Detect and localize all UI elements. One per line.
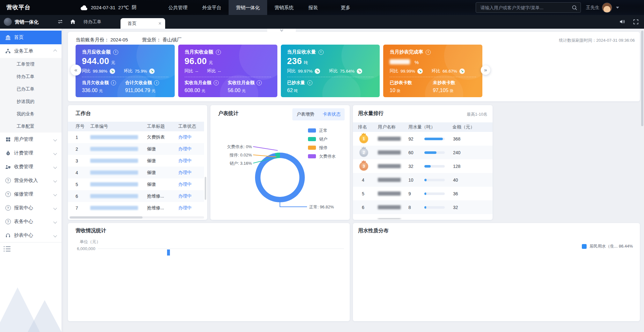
ranking-table: 1 92 368 2 60 240 3 32 128 4 (353, 132, 493, 219)
chevron-down-icon (53, 151, 57, 155)
sidebar-group-non-operating-income[interactable]: ? 营业外收入 (0, 174, 62, 187)
sidebar-group-meter-center[interactable]: ? 表务中心 (0, 215, 62, 228)
card-value: 236 (287, 56, 302, 66)
info-icon[interactable]: ! (111, 80, 116, 85)
avatar[interactable] (602, 3, 612, 13)
legend-item-normal[interactable]: 正常 (308, 126, 336, 135)
sidebar-group-business-orders[interactable]: 业务工单 (0, 44, 62, 58)
table-row[interactable]: 3 催缴办理中 (68, 155, 204, 167)
info-icon[interactable]: ! (257, 80, 262, 85)
sidebar-item-home[interactable]: 首页 (0, 31, 62, 44)
carousel-next-button[interactable]: » (481, 65, 490, 75)
legend-item-residential[interactable]: 居民用水（生... 86.44% (582, 243, 633, 249)
sidebar-item-my-business[interactable]: 我的业务 (0, 108, 62, 120)
status-link[interactable]: 办理中 (178, 134, 204, 140)
swap-icon[interactable] (57, 19, 63, 24)
sidebar-group-meter-reading-center[interactable]: 抄表中心 (0, 228, 62, 242)
home-icon[interactable] (70, 19, 76, 24)
status-link[interactable]: 办理中 (178, 182, 204, 187)
nav-public-mgmt[interactable]: 公共管理 (161, 0, 195, 15)
ranking-panel: 用水量排行 最高1-10名 排名用户名称 用水量（吨）金额（元） 1 92 36… (353, 105, 493, 220)
search-icon[interactable] (572, 5, 577, 11)
workbench-title: 工作台 (76, 110, 91, 117)
status-link[interactable]: 办理中 (178, 193, 204, 199)
legend-item-overdue[interactable]: 欠费停水 (308, 152, 336, 161)
trend-down-icon: ↘ (459, 69, 465, 74)
water-nature-panel: 用水性质分布 居民用水（生... 86.44% (353, 223, 640, 321)
nav-marketing-integration[interactable]: 营销一体化 (229, 0, 267, 15)
ranking-note: 最高1-10名 (467, 112, 487, 117)
table-row[interactable]: 2 催缴办理中 (68, 143, 204, 155)
sidebar-item-done-orders[interactable]: 已办工单 (0, 83, 62, 95)
carousel-prev-button[interactable]: « (70, 65, 81, 76)
sidebar-group-installation-center[interactable]: ? 报装中心 (0, 201, 62, 215)
table-row[interactable]: 1 欠费拆表办理中 (68, 131, 204, 143)
sidebar-item-order-mgmt[interactable]: 工单管理 (0, 58, 62, 70)
horizontal-scrollbar[interactable] (70, 216, 143, 219)
info-icon[interactable]: ! (307, 80, 312, 85)
page-scrollbar[interactable] (641, 31, 643, 126)
table-row: 3 32 128 (353, 159, 493, 173)
tab-bar: 营销一体化 待办工单 首页 × (0, 15, 644, 29)
nav-field-platform[interactable]: 外业平台 (195, 0, 229, 15)
silver-medal-icon: 2 (359, 148, 368, 157)
info-icon[interactable]: ! (113, 50, 118, 55)
menu-list-icon[interactable] (3, 245, 11, 252)
sidebar-group-collection-mgmt[interactable]: ? 催缴管理 (0, 187, 62, 201)
sidebar-group-fee-mgmt[interactable]: 收费管理 (0, 160, 62, 174)
status-link[interactable]: 办理中 (178, 158, 204, 164)
vertical-scrollbar[interactable] (205, 177, 206, 200)
card-title: 当月应收金额 (82, 49, 111, 55)
info-icon[interactable]: ! (216, 50, 221, 55)
card-sub-stat: 实收往月金额! 56.00元 (228, 80, 271, 94)
speaker-icon[interactable] (619, 19, 625, 24)
status-link[interactable]: 办理中 (178, 205, 204, 211)
sidebar-item-cc-me[interactable]: 抄送我的 (0, 95, 62, 108)
stats-header: 当前账务月份： 2024-05 营业所： 香山镇厂 (76, 37, 193, 43)
search-input[interactable] (476, 5, 572, 10)
close-icon[interactable]: × (158, 18, 161, 29)
usage-bar (424, 151, 445, 154)
tab-home-active[interactable]: 首页 × (121, 18, 165, 29)
tab-todo-orders[interactable]: 待办工单 (80, 15, 105, 29)
table-row[interactable]: 4 催缴办理中 (68, 167, 204, 178)
collapse-stats-button[interactable] (267, 29, 296, 34)
info-icon[interactable]: ! (154, 80, 159, 85)
chevron-down-icon (53, 234, 57, 237)
info-icon[interactable]: ! (318, 50, 324, 55)
money-bag-icon: s (5, 150, 11, 156)
user-menu-caret-icon[interactable] (616, 7, 619, 9)
nav-more[interactable]: 更多 (333, 0, 358, 15)
legend-item-closed[interactable]: 销户 (308, 135, 336, 143)
sidebar-group-label: 抄表中心 (14, 232, 33, 238)
legend-swatch (308, 146, 316, 150)
table-row[interactable]: 5 催缴办理中 (68, 178, 204, 190)
nav-installation[interactable]: 报装 (301, 0, 325, 15)
sidebar-item-todo-orders[interactable]: 待办工单 (0, 70, 62, 83)
tab-card-status[interactable]: 卡表状态 (318, 112, 345, 117)
status-link[interactable]: 办理中 (178, 146, 204, 152)
tab-meter-trend[interactable]: 户表增势 (292, 112, 318, 117)
redacted-value (390, 59, 410, 64)
table-row[interactable]: 6 抢维修...办理中 (68, 190, 204, 202)
sidebar-divider (0, 242, 62, 242)
top-nav: 公共管理 外业平台 营销一体化 营销系统 报装 更多 (161, 0, 358, 15)
trend-down-icon: ↘ (110, 69, 115, 74)
user-name[interactable]: 王先生 (586, 0, 599, 15)
info-icon[interactable]: ! (426, 50, 431, 55)
axis-tick-label: 6,000,000 (71, 246, 95, 251)
chevron-up-icon (53, 49, 57, 53)
weather-condition: 阴 (132, 4, 136, 11)
status-link[interactable]: 办理中 (178, 170, 204, 176)
legend-swatch (308, 154, 316, 158)
fullscreen-icon[interactable] (633, 19, 639, 25)
callout-line (280, 206, 307, 207)
info-icon[interactable]: ! (214, 80, 219, 85)
sidebar-item-order-config[interactable]: 工单配置 (0, 120, 62, 133)
card-sub-stat: 合计欠收金额! 911,004.79元 (125, 80, 168, 94)
legend-item-paused[interactable]: 报停 (308, 143, 336, 152)
nav-marketing-system[interactable]: 营销系统 (267, 0, 301, 15)
table-row[interactable]: 7 抢维修...办理中 (68, 202, 204, 214)
sidebar-group-user-mgmt[interactable]: 用户管理 (0, 133, 62, 146)
sidebar-group-billing-mgmt[interactable]: s 计费管理 (0, 146, 62, 160)
